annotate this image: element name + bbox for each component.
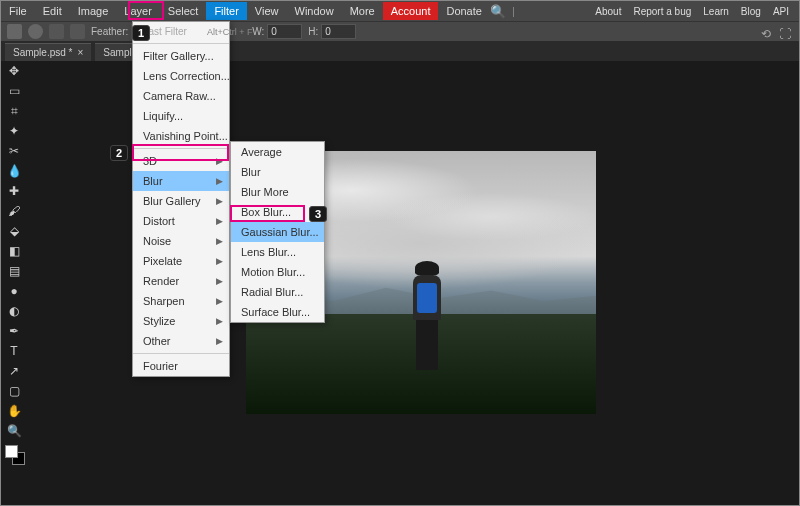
submenu-arrow-icon: ▶ (216, 176, 223, 186)
width-option: W: (252, 24, 302, 39)
close-icon[interactable]: × (77, 47, 83, 58)
path-tool[interactable]: ↗ (3, 361, 25, 381)
menu-label: Motion Blur... (241, 266, 305, 278)
menu-label: Blur (143, 175, 163, 187)
menu-label: Sharpen (143, 295, 185, 307)
menu-blur[interactable]: Blur▶ (133, 171, 229, 191)
link-blog[interactable]: Blog (741, 6, 761, 17)
dodge-tool[interactable]: ◐ (3, 301, 25, 321)
document-tabs: Sample.psd * × Sample.psd (1, 41, 799, 61)
height-input[interactable] (321, 24, 356, 39)
link-bug[interactable]: Report a bug (633, 6, 691, 17)
menu-surface-blur[interactable]: Surface Blur... (231, 302, 324, 322)
color-swatches[interactable] (5, 445, 25, 465)
menu-select[interactable]: Select (160, 2, 207, 20)
menu-label: 3D (143, 155, 157, 167)
menu-pixelate[interactable]: Pixelate▶ (133, 251, 229, 271)
menu-3d[interactable]: 3D▶ (133, 151, 229, 171)
menu-label: Radial Blur... (241, 286, 303, 298)
menu-last-filter[interactable]: Last Filter Alt+Ctrl + F (133, 22, 229, 41)
fullscreen-icon[interactable]: ⛶ (779, 27, 791, 41)
crop-tool[interactable]: ✂ (3, 141, 25, 161)
menu-label: Filter Gallery... (143, 50, 214, 62)
menu-liquify[interactable]: Liquify... (133, 106, 229, 126)
reset-icon[interactable]: ⟲ (761, 27, 771, 41)
width-input[interactable] (267, 24, 302, 39)
menu-sharpen[interactable]: Sharpen▶ (133, 291, 229, 311)
submenu-arrow-icon: ▶ (216, 316, 223, 326)
brush-tool[interactable]: 🖌 (3, 201, 25, 221)
image-person (407, 261, 447, 381)
blur-tool[interactable]: ● (3, 281, 25, 301)
menu-filter[interactable]: Filter (206, 2, 246, 20)
menu-motion-blur[interactable]: Motion Blur... (231, 262, 324, 282)
wand-tool[interactable]: ✦ (3, 121, 25, 141)
menu-camera-raw[interactable]: Camera Raw... (133, 86, 229, 106)
menu-average[interactable]: Average (231, 142, 324, 162)
menu-distort[interactable]: Distort▶ (133, 211, 229, 231)
menu-file[interactable]: File (1, 2, 35, 20)
menu-fourier[interactable]: Fourier (133, 356, 229, 376)
search-icon[interactable]: 🔍 (490, 4, 506, 19)
menu-label: Box Blur... (241, 206, 291, 218)
menu-blur-gallery[interactable]: Blur Gallery▶ (133, 191, 229, 211)
menu-label: Other (143, 335, 171, 347)
pen-tool[interactable]: ✒ (3, 321, 25, 341)
link-learn[interactable]: Learn (703, 6, 729, 17)
menu-label: Lens Correction... (143, 70, 230, 82)
menubar-right: About Report a bug Learn Blog API (595, 6, 799, 17)
menu-label: Surface Blur... (241, 306, 310, 318)
menu-blur-more[interactable]: Blur More (231, 182, 324, 202)
menu-vanishing-point[interactable]: Vanishing Point... (133, 126, 229, 146)
rect-select-tool[interactable]: ▭ (3, 81, 25, 101)
submenu-arrow-icon: ▶ (216, 276, 223, 286)
menu-edit[interactable]: Edit (35, 2, 70, 20)
hand-tool[interactable]: ✋ (3, 401, 25, 421)
menu-image[interactable]: Image (70, 2, 117, 20)
menu-shortcut: Alt+Ctrl + F (207, 27, 253, 37)
heal-tool[interactable]: ✚ (3, 181, 25, 201)
options-bar: Feather: W: H: (1, 21, 799, 41)
menu-view[interactable]: View (247, 2, 287, 20)
menu-other[interactable]: Other▶ (133, 331, 229, 351)
menu-radial-blur[interactable]: Radial Blur... (231, 282, 324, 302)
menu-render[interactable]: Render▶ (133, 271, 229, 291)
rect-tool[interactable]: ▢ (3, 381, 25, 401)
menu-more[interactable]: More (342, 2, 383, 20)
eraser-tool[interactable]: ◧ (3, 241, 25, 261)
annotation-badge-2: 2 (110, 145, 128, 161)
menu-window[interactable]: Window (287, 2, 342, 20)
move-tool[interactable]: ✥ (3, 61, 25, 81)
menu-gaussian-blur[interactable]: Gaussian Blur... (231, 222, 324, 242)
menubar: File Edit Image Layer Select Filter View… (1, 1, 799, 21)
doc-tab-1[interactable]: Sample.psd * × (5, 43, 91, 61)
menu-box-blur[interactable]: Box Blur... (231, 202, 324, 222)
menu-filter-gallery[interactable]: Filter Gallery... (133, 46, 229, 66)
fg-color[interactable] (5, 445, 18, 458)
link-api[interactable]: API (773, 6, 789, 17)
menu-layer[interactable]: Layer (116, 2, 160, 20)
selection-mode-icon[interactable] (7, 24, 22, 39)
selection-add-icon[interactable] (49, 24, 64, 39)
selection-ellipse-icon[interactable] (28, 24, 43, 39)
menu-account[interactable]: Account (383, 2, 439, 20)
lasso-tool[interactable]: ⌗ (3, 101, 25, 121)
menu-label: Distort (143, 215, 175, 227)
menu-separator (133, 148, 229, 149)
menu-blur-item[interactable]: Blur (231, 162, 324, 182)
doc-tab-label: Sample.psd * (13, 47, 72, 58)
menu-lens-blur[interactable]: Lens Blur... (231, 242, 324, 262)
selection-sub-icon[interactable] (70, 24, 85, 39)
zoom-tool[interactable]: 🔍 (3, 421, 25, 441)
eyedropper-tool[interactable]: 💧 (3, 161, 25, 181)
gradient-tool[interactable]: ▤ (3, 261, 25, 281)
type-tool[interactable]: T (3, 341, 25, 361)
menu-lens-correction[interactable]: Lens Correction... (133, 66, 229, 86)
submenu-arrow-icon: ▶ (216, 216, 223, 226)
link-about[interactable]: About (595, 6, 621, 17)
menu-noise[interactable]: Noise▶ (133, 231, 229, 251)
menu-stylize[interactable]: Stylize▶ (133, 311, 229, 331)
menu-donate[interactable]: Donate (438, 2, 489, 20)
submenu-arrow-icon: ▶ (216, 256, 223, 266)
stamp-tool[interactable]: ⬙ (3, 221, 25, 241)
